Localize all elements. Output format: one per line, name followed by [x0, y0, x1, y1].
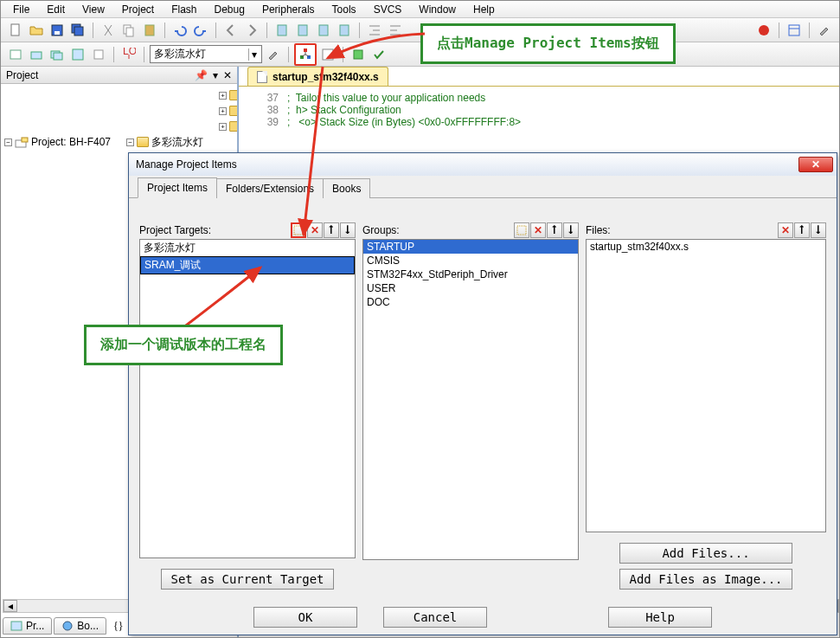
expander-icon[interactable]: +	[219, 123, 227, 131]
move-file-down-button[interactable]: 🠗	[811, 222, 826, 238]
menu-window[interactable]: Window	[410, 2, 465, 17]
indent-button[interactable]	[365, 21, 384, 40]
target-item[interactable]: 多彩流水灯	[140, 240, 355, 256]
panel-menu-icon[interactable]: ▾	[213, 69, 218, 81]
move-file-up-button[interactable]: 🠕	[794, 222, 810, 238]
help-button[interactable]: Help	[608, 607, 712, 628]
select-packs-button[interactable]	[318, 45, 337, 64]
stop-build-button[interactable]	[89, 45, 108, 64]
groups-list[interactable]: STARTUP CMSIS STM32F4xx_StdPeriph_Driver…	[362, 239, 579, 560]
target-combo[interactable]: 多彩流水灯 ▾	[150, 45, 262, 63]
menu-project[interactable]: Project	[113, 2, 163, 17]
outdent-button[interactable]	[386, 21, 405, 40]
nav-fwd-button[interactable]	[242, 21, 261, 40]
download-button[interactable]: LOAD	[119, 45, 138, 64]
pack-installer-button[interactable]	[349, 45, 368, 64]
rebuild-button[interactable]	[48, 45, 67, 64]
svg-point-12	[759, 25, 769, 35]
groups-column: Groups: ✕ 🠕 🠗 STARTUP CMSIS STM32F4xx_St…	[362, 222, 579, 590]
set-current-target-button[interactable]: Set as Current Target	[161, 569, 334, 590]
expander-icon[interactable]: +	[219, 107, 227, 115]
close-button[interactable]: ✕	[798, 157, 833, 172]
bottom-tab-books[interactable]: Bo...	[54, 617, 106, 635]
move-target-up-button[interactable]: 🠕	[324, 222, 339, 238]
paste-button[interactable]	[140, 21, 159, 40]
group-item[interactable]: STM32F4xx_StdPeriph_Driver	[363, 267, 578, 281]
move-target-down-button[interactable]: 🠗	[340, 222, 356, 238]
expander-icon[interactable]: −	[126, 139, 134, 146]
dialog-footer: OK Cancel Help	[129, 607, 837, 628]
expander-icon[interactable]: +	[219, 92, 227, 100]
configure-button[interactable]	[815, 21, 834, 40]
nav-back-button[interactable]	[221, 21, 240, 40]
manage-rte-button[interactable]	[369, 45, 388, 64]
svg-rect-25	[323, 49, 333, 60]
editor-tab[interactable]: startup_stm32f40xx.s	[247, 67, 388, 86]
group-item[interactable]: CMSIS	[363, 254, 578, 267]
delete-group-button[interactable]: ✕	[530, 222, 546, 238]
close-icon[interactable]: ✕	[223, 69, 232, 81]
menu-debug[interactable]: Debug	[206, 2, 253, 17]
ok-button[interactable]: OK	[253, 607, 357, 628]
menu-peripherals[interactable]: Peripherals	[253, 2, 324, 17]
cancel-button[interactable]: Cancel	[383, 607, 487, 628]
save-all-button[interactable]	[68, 21, 87, 40]
menu-svcs[interactable]: SVCS	[365, 2, 411, 17]
new-file-button[interactable]	[6, 21, 25, 40]
target-combo-value: 多彩流水灯	[154, 47, 206, 61]
copy-button[interactable]	[119, 21, 138, 40]
tree-target[interactable]: 多彩流水灯	[151, 134, 203, 150]
new-group-button[interactable]	[514, 222, 529, 238]
new-target-button[interactable]	[291, 222, 306, 238]
targets-label: Project Targets:	[139, 224, 290, 236]
bookmark-prev-button[interactable]	[293, 21, 312, 40]
project-root[interactable]: Project: BH-F407	[31, 134, 111, 150]
target-options-button[interactable]	[264, 45, 283, 64]
undo-button[interactable]	[170, 21, 189, 40]
open-file-button[interactable]	[27, 21, 46, 40]
bookmark-clear-button[interactable]	[335, 21, 354, 40]
menu-flash[interactable]: Flash	[163, 2, 205, 17]
bottom-tab-project[interactable]: Pr...	[3, 617, 52, 635]
bookmark-next-button[interactable]	[314, 21, 333, 40]
tab-project-items[interactable]: Project Items	[138, 177, 217, 198]
move-group-down-button[interactable]: 🠗	[563, 222, 579, 238]
add-files-button[interactable]: Add Files...	[619, 543, 792, 564]
menu-view[interactable]: View	[74, 2, 113, 17]
menu-help[interactable]: Help	[465, 2, 503, 17]
delete-file-button[interactable]: ✕	[778, 222, 793, 238]
line-number: 38	[246, 104, 287, 116]
scroll-left-icon[interactable]: ◂	[3, 600, 17, 612]
files-list[interactable]: startup_stm32f40xx.s	[586, 239, 826, 532]
tab-folders-ext[interactable]: Folders/Extensions	[216, 178, 324, 198]
pin-icon[interactable]: 📌	[195, 69, 208, 81]
group-item[interactable]: STARTUP	[363, 240, 578, 254]
build-button[interactable]	[27, 45, 46, 64]
manage-project-items-button[interactable]	[294, 43, 317, 66]
debug-start-button[interactable]	[754, 21, 773, 40]
cut-button[interactable]	[99, 21, 118, 40]
window-layout-button[interactable]	[785, 21, 804, 40]
bookmark-button[interactable]	[273, 21, 292, 40]
dialog-titlebar[interactable]: Manage Project Items ✕	[129, 153, 837, 176]
svg-rect-26	[354, 50, 362, 59]
redo-button[interactable]	[191, 21, 210, 40]
tab-books[interactable]: Books	[323, 178, 370, 198]
batch-build-button[interactable]	[68, 45, 87, 64]
move-group-up-button[interactable]: 🠕	[547, 222, 562, 238]
file-item[interactable]: startup_stm32f40xx.s	[587, 240, 825, 254]
menu-edit[interactable]: Edit	[38, 2, 74, 17]
expander-icon[interactable]: −	[4, 139, 12, 146]
menu-file[interactable]: File	[4, 2, 38, 17]
add-files-as-image-button[interactable]: Add Files as Image...	[619, 569, 792, 590]
code-text: ; <o> Stack Size (in Bytes) <0x0-0xFFFFF…	[287, 116, 521, 128]
translate-button[interactable]	[6, 45, 25, 64]
svg-rect-15	[10, 50, 21, 59]
targets-list[interactable]: 多彩流水灯 SRAM_调试	[139, 239, 356, 558]
menu-tools[interactable]: Tools	[324, 2, 365, 17]
delete-target-button[interactable]: ✕	[307, 222, 323, 238]
save-button[interactable]	[48, 21, 67, 40]
target-item-editing[interactable]: SRAM_调试	[141, 257, 354, 274]
group-item[interactable]: USER	[363, 281, 578, 295]
group-item[interactable]: DOC	[363, 295, 578, 309]
